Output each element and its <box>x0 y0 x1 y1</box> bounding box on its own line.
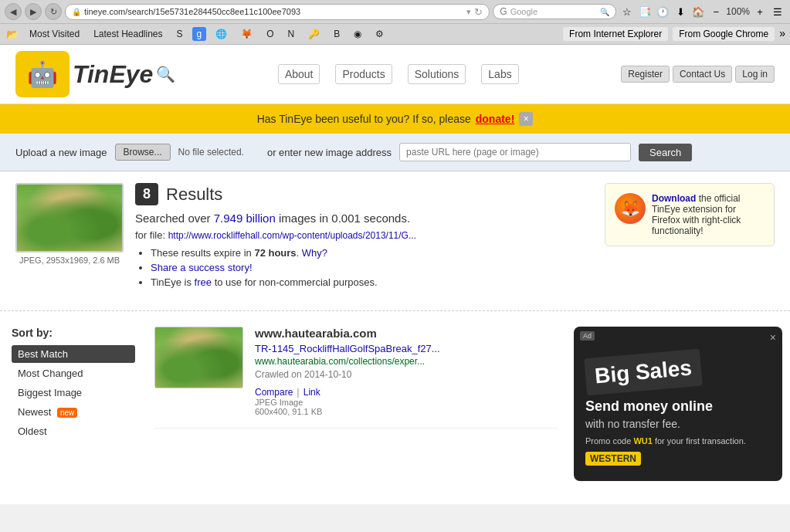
query-image-meta: JPEG, 2953x1969, 2.6 MB <box>19 256 120 265</box>
logo-robot: 🤖 <box>15 51 70 97</box>
browser-search-bar[interactable]: G Google 🔍 <box>493 4 616 19</box>
bookmark-firefox[interactable]: 🦊 <box>236 27 257 41</box>
result-thumb-inner <box>155 327 242 388</box>
free-link[interactable]: free <box>195 276 212 288</box>
or-enter-label: or enter new image address <box>267 147 392 158</box>
site-name: TinEye <box>73 60 153 89</box>
upload-label: Upload a new image <box>15 147 107 158</box>
results-left: 8 Results Searched over 7.949 billion im… <box>135 183 416 291</box>
bookmark-unknown[interactable]: ◉ <box>349 27 366 41</box>
wu-promo: Promo code WU1 for your first transactio… <box>585 436 746 446</box>
results-count: 8 Results <box>135 183 416 205</box>
nav-labs[interactable]: Labs <box>481 64 518 84</box>
from-chrome-button[interactable]: From Google Chrome <box>673 27 775 41</box>
bookmarks-bar: 📂 Most Visited Latest Headlines S g 🌐 🦊 … <box>0 24 790 45</box>
ff-download-link[interactable]: Download <box>652 193 696 204</box>
minus-icon[interactable]: − <box>708 4 724 19</box>
compare-link[interactable]: Compare <box>255 387 293 398</box>
action-separator: | <box>297 386 299 398</box>
results-title: Results <box>166 185 222 205</box>
close-notification-button[interactable]: × <box>519 112 533 126</box>
file-url-link[interactable]: http://www.rockliffehall.com/wp-content/… <box>168 230 416 241</box>
billion-link[interactable]: 7.949 billion <box>214 212 276 225</box>
ad-big-sales: Big Sales <box>584 349 703 396</box>
ad-area: Ad × Big Sales Send money online with no… <box>566 319 790 489</box>
searched-over: Searched over 7.949 billion images in 0.… <box>135 212 416 225</box>
url-input[interactable] <box>399 143 631 161</box>
sort-biggest-image[interactable]: Biggest Image <box>12 384 135 402</box>
bookmark-g[interactable]: g <box>192 27 207 41</box>
bookmark-unknown2[interactable]: ⚙ <box>371 27 388 41</box>
sort-by-label: Sort by: <box>12 327 135 339</box>
bookmark-ie[interactable]: 🌐 <box>211 27 232 41</box>
nav-solutions[interactable]: Solutions <box>408 64 466 84</box>
donate-link[interactable]: donate! <box>476 113 515 125</box>
address-text: tineye.com/search/15e5731e284450cc8ee11c… <box>84 7 463 16</box>
ad-box: Ad × Big Sales Send money online with no… <box>574 327 782 481</box>
history-icon[interactable]: 🕐 <box>655 4 670 19</box>
share-link[interactable]: Share a success story! <box>151 262 253 273</box>
ad-close-button[interactable]: × <box>770 331 776 344</box>
why-link[interactable]: Why? <box>302 247 327 259</box>
bookmark-opera[interactable]: O <box>262 27 278 41</box>
address-bar[interactable]: 🔒 tineye.com/search/15e5731e284450cc8ee1… <box>65 4 490 20</box>
site-header: 🤖 TinEye 🔍 About Products Solutions Labs… <box>0 45 790 104</box>
file-for: for file: http://www.rockliffehall.com/w… <box>135 229 416 241</box>
logo-area: 🤖 TinEye 🔍 <box>15 51 175 97</box>
sidebar: Sort by: Best Match Most Changed Biggest… <box>0 319 147 489</box>
result-url[interactable]: www.hautearabia.com/collections/exper... <box>255 356 558 367</box>
result-crawled-date: 2014-10-10 <box>304 369 351 380</box>
result-meta: JPEG Image 600x400, 91.1 KB <box>255 398 558 416</box>
sort-most-changed[interactable]: Most Changed <box>12 364 135 382</box>
plus-icon[interactable]: + <box>752 4 768 19</box>
register-button[interactable]: Register <box>621 66 670 83</box>
bookmark-norton[interactable]: N <box>283 27 300 41</box>
contact-us-button[interactable]: Contact Us <box>673 66 732 83</box>
menu-icon[interactable]: ☰ <box>770 4 785 19</box>
result-info: www.hautearabia.com TR-1145_RockliffHall… <box>255 327 558 416</box>
forward-button[interactable]: ▶ <box>25 3 42 20</box>
result-actions: Compare | Link <box>255 386 558 398</box>
section-divider <box>0 310 790 311</box>
browse-button[interactable]: Browse... <box>115 144 171 161</box>
bookmark-most-visited[interactable]: Most Visited <box>25 27 84 41</box>
main-content: Sort by: Best Match Most Changed Biggest… <box>0 319 790 504</box>
expire-time: 72 hours <box>254 247 296 259</box>
bookmark-icon[interactable]: 📑 <box>637 4 653 19</box>
home-icon[interactable]: 🏠 <box>690 4 706 19</box>
wu-promo-code: WU1 <box>633 436 652 446</box>
bookmarks-toggle[interactable]: 📂 <box>5 26 20 42</box>
bookmarks-overflow[interactable]: » <box>779 27 785 41</box>
no-file-text: No file selected. <box>178 147 244 158</box>
search-icon: 🔍 <box>156 65 175 83</box>
query-image <box>15 183 124 252</box>
sort-best-match[interactable]: Best Match <box>12 345 135 363</box>
count-badge: 8 <box>135 183 158 205</box>
download-icon[interactable]: ⬇ <box>673 4 688 19</box>
search-button[interactable]: Search <box>639 144 692 161</box>
ad-sub: with no transfer fee. <box>585 418 680 430</box>
nav-products[interactable]: Products <box>335 64 392 84</box>
login-button[interactable]: Log in <box>735 66 775 83</box>
share-info: Share a success story! <box>151 262 416 273</box>
ad-tagline: Send money online <box>585 398 713 415</box>
main-nav: About Products Solutions Labs <box>278 64 519 84</box>
bookmark-latest-headlines[interactable]: Latest Headlines <box>89 27 167 41</box>
nav-about[interactable]: About <box>278 64 320 84</box>
back-button[interactable]: ◀ <box>5 3 22 20</box>
result-format: JPEG Image <box>255 398 303 407</box>
page-content: 🤖 TinEye 🔍 About Products Solutions Labs… <box>0 45 790 504</box>
result-title-link[interactable]: TR-1145_RockliffHallGolfSpaBreak_f27... <box>255 343 558 354</box>
bookmark-s[interactable]: S <box>172 27 188 41</box>
expire-info: These results expire in 72 hours. Why? <box>151 247 416 259</box>
bookmark-lastpass[interactable]: 🔑 <box>303 27 324 41</box>
sort-oldest[interactable]: Oldest <box>12 422 135 440</box>
star-icon[interactable]: ☆ <box>619 4 635 19</box>
sort-newest[interactable]: Newest new <box>12 403 135 421</box>
query-image-inner <box>17 185 122 251</box>
link-button[interactable]: Link <box>303 387 320 398</box>
refresh-button[interactable]: ↻ <box>45 3 62 20</box>
wu-logo[interactable]: WESTERN <box>585 452 641 466</box>
bookmark-blogger[interactable]: B <box>329 27 344 41</box>
from-ie-button[interactable]: From Internet Explorer <box>563 27 668 41</box>
